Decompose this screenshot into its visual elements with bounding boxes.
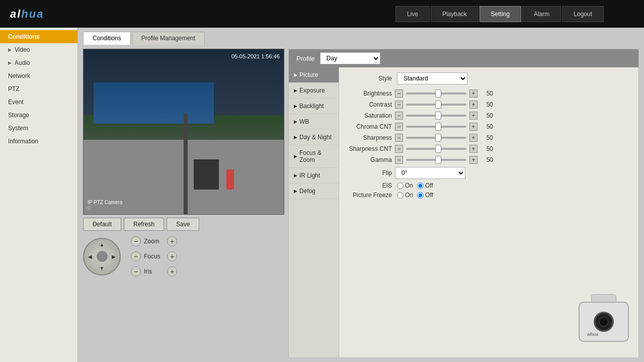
- picture-freeze-on-option[interactable]: On: [397, 192, 413, 199]
- sidebar-item-ptz[interactable]: PTZ: [0, 82, 77, 96]
- slider-value-5: 50: [480, 145, 493, 152]
- ptz-left-button[interactable]: ◀: [86, 252, 95, 261]
- slider-minus-6[interactable]: −: [395, 156, 403, 164]
- save-button[interactable]: Save: [167, 218, 199, 231]
- tab-profile-management[interactable]: Profile Management: [132, 32, 205, 45]
- nav-live-button[interactable]: Live: [395, 6, 430, 22]
- nav-setting-button[interactable]: Setting: [479, 6, 521, 22]
- slider-row-contrast: Contrast − + 50: [347, 101, 631, 109]
- slider-minus-2[interactable]: −: [395, 112, 403, 120]
- eis-off-option[interactable]: Off: [417, 182, 433, 189]
- picture-freeze-off-option[interactable]: Off: [417, 192, 433, 199]
- sidebar-item-audio[interactable]: ▶ Audio: [0, 56, 77, 69]
- nav-logout-button[interactable]: Logout: [562, 6, 604, 22]
- sidebar-label-video: Video: [15, 46, 30, 53]
- slider-track-0[interactable]: [406, 93, 466, 95]
- iris-label: Iris: [144, 268, 164, 275]
- iris-plus-button[interactable]: +: [167, 266, 177, 277]
- slider-minus-5[interactable]: −: [395, 145, 403, 153]
- picture-freeze-off-label: Off: [425, 192, 433, 199]
- ptz-down-button[interactable]: ▼: [98, 264, 107, 273]
- slider-plus-0[interactable]: +: [469, 89, 477, 98]
- menu-item-day-night[interactable]: ▶ Day & Night: [289, 130, 339, 145]
- slider-thumb-5: [435, 145, 441, 153]
- sidebar-item-conditions[interactable]: Conditions: [0, 30, 77, 43]
- tab-conditions[interactable]: Conditions: [83, 32, 131, 45]
- sidebar-item-video[interactable]: ▶ Video: [0, 43, 77, 56]
- picture-freeze-row: Picture Freeze On Off: [347, 192, 631, 199]
- slider-label-4: Sharpness: [347, 134, 392, 141]
- zoom-row: − Zoom +: [131, 236, 177, 246]
- video-label: IP PTZ Camera: [88, 200, 122, 205]
- refresh-button[interactable]: Refresh: [124, 218, 164, 231]
- menu-label-exposure: Exposure: [299, 87, 325, 94]
- menu-item-picture[interactable]: ▶ Picture: [289, 67, 339, 83]
- slider-label-3: Chroma CNT: [347, 123, 392, 130]
- sidebar-label-system: System: [8, 125, 28, 132]
- default-button[interactable]: Default: [83, 218, 121, 231]
- zoom-plus-button[interactable]: +: [167, 236, 177, 246]
- slider-track-6[interactable]: [406, 159, 466, 161]
- menu-item-exposure[interactable]: ▶ Exposure: [289, 83, 339, 99]
- ptz-circle: ▲ ▼ ◀ ▶: [83, 238, 121, 276]
- sidebar-item-system[interactable]: System: [0, 122, 77, 135]
- slider-thumb-2: [435, 112, 441, 120]
- camera-lens: [594, 312, 614, 332]
- slider-plus-3[interactable]: +: [469, 123, 477, 131]
- picture-freeze-on-label: On: [405, 192, 413, 199]
- menu-item-backlight[interactable]: ▶ Backlight: [289, 99, 339, 114]
- slider-plus-5[interactable]: +: [469, 145, 477, 153]
- slider-value-0: 50: [480, 90, 493, 97]
- sidebar-item-event[interactable]: Event: [0, 96, 77, 109]
- slider-minus-0[interactable]: −: [395, 89, 403, 98]
- scene-person: [226, 169, 234, 190]
- menu-label-picture: Picture: [299, 71, 318, 78]
- eis-on-radio[interactable]: [397, 183, 404, 189]
- style-select[interactable]: Standard Vivid Natural: [397, 72, 467, 84]
- slider-plus-2[interactable]: +: [469, 112, 477, 120]
- menu-item-focus-zoom[interactable]: ▶ Focus & Zoom: [289, 145, 339, 168]
- ptz-center-button[interactable]: [97, 251, 108, 262]
- slider-track-1[interactable]: [406, 104, 466, 106]
- slider-row-chroma-cnt: Chroma CNT − + 50: [347, 123, 631, 131]
- scene-pole: [184, 114, 188, 214]
- slider-plus-4[interactable]: +: [469, 134, 477, 142]
- focus-minus-button[interactable]: −: [131, 251, 141, 261]
- slider-track-3[interactable]: [406, 126, 466, 128]
- eis-off-radio[interactable]: [417, 183, 424, 189]
- slider-row-sharpness: Sharpness − + 50: [347, 134, 631, 142]
- menu-item-ir-light[interactable]: ▶ IR Light: [289, 168, 339, 184]
- focus-plus-button[interactable]: +: [167, 251, 177, 261]
- camera-image: alhua: [574, 292, 634, 352]
- menu-item-defog[interactable]: ▶ Defog: [289, 184, 339, 199]
- sidebar-item-network[interactable]: Network: [0, 69, 77, 82]
- slider-track-5[interactable]: [406, 148, 466, 150]
- zoom-minus-button[interactable]: −: [131, 236, 141, 246]
- picture-freeze-off-radio[interactable]: [417, 192, 424, 199]
- iris-minus-button[interactable]: −: [131, 266, 141, 277]
- nav-playback-button[interactable]: Playback: [431, 6, 478, 22]
- menu-item-wb[interactable]: ▶ WB: [289, 114, 339, 130]
- picture-freeze-on-radio[interactable]: [397, 192, 404, 199]
- sliders-container: Brightness − + 50 Contrast − + 50 Satura…: [347, 89, 631, 164]
- eis-on-option[interactable]: On: [397, 182, 413, 189]
- sidebar-item-information[interactable]: Information: [0, 135, 77, 148]
- nav-alarm-button[interactable]: Alarm: [522, 6, 561, 22]
- slider-plus-1[interactable]: +: [469, 101, 477, 109]
- flip-select[interactable]: 0° 90° 180° 270°: [395, 167, 465, 179]
- sidebar-item-storage[interactable]: Storage: [0, 109, 77, 122]
- slider-minus-3[interactable]: −: [395, 123, 403, 131]
- slider-plus-6[interactable]: +: [469, 156, 477, 164]
- profile-select[interactable]: Day Night Normal: [320, 52, 380, 64]
- slider-label-5: Sharpness CNT: [347, 145, 392, 152]
- slider-minus-1[interactable]: −: [395, 101, 403, 109]
- ptz-up-button[interactable]: ▲: [98, 240, 107, 249]
- slider-row-brightness: Brightness − + 50: [347, 89, 631, 98]
- zoom-controls: − Zoom + − Focus + − Iris +: [131, 236, 177, 277]
- slider-track-2[interactable]: [406, 115, 466, 117]
- arrow-icon: ▶: [8, 47, 12, 52]
- menu-label-defog: Defog: [299, 188, 315, 195]
- slider-track-4[interactable]: [406, 137, 466, 139]
- slider-minus-4[interactable]: −: [395, 134, 403, 142]
- ptz-right-button[interactable]: ▶: [109, 252, 118, 261]
